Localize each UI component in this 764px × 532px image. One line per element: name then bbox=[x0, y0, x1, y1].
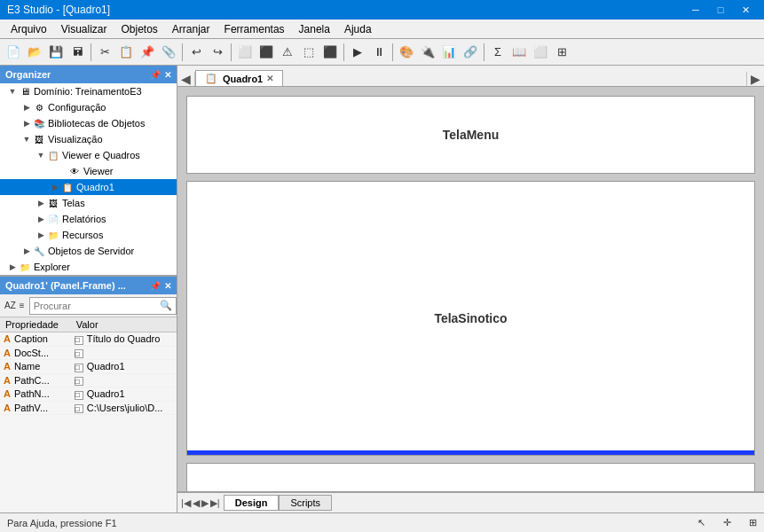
organizer-close[interactable]: ✕ bbox=[164, 70, 171, 80]
prop-row-pathv[interactable]: APathV... □C:\Users\julio\D... bbox=[0, 401, 177, 415]
minimize-button[interactable]: ─ bbox=[684, 0, 707, 20]
props-search-box[interactable]: 🔍 bbox=[29, 297, 177, 315]
prop-row-pathn[interactable]: APathN... □Quadro1 bbox=[0, 387, 177, 402]
tb-b4[interactable]: ⬚ bbox=[299, 43, 319, 62]
tree-item-viewer-group[interactable]: ▼ 📋 Viewer e Quadros bbox=[0, 147, 177, 163]
tb-book[interactable]: 📖 bbox=[509, 43, 529, 62]
tree-item-visual[interactable]: ▼ 🖼 Visualização bbox=[0, 131, 177, 147]
design-canvas[interactable]: TelaMenu TelaSinotico TelaAlarmes bbox=[177, 87, 764, 491]
tb-b10[interactable]: ⬜ bbox=[531, 43, 550, 62]
close-button[interactable]: ✕ bbox=[734, 0, 757, 20]
maximize-button[interactable]: □ bbox=[709, 0, 732, 20]
prop-row-docst[interactable]: ADocSt... □ bbox=[0, 346, 177, 360]
tb-undo[interactable]: ↩ bbox=[186, 43, 206, 62]
bottom-nav-prev[interactable]: ◀ bbox=[193, 497, 200, 509]
tb-run[interactable]: ▶ bbox=[348, 43, 367, 62]
tb-b5[interactable]: ⬛ bbox=[320, 43, 340, 62]
tab-scripts[interactable]: Scripts bbox=[279, 495, 332, 511]
tab-quadro1[interactable]: 📋 Quadro1 ✕ bbox=[195, 70, 283, 86]
expand-recursos[interactable]: ▶ bbox=[35, 230, 46, 240]
tb-b8[interactable]: 📊 bbox=[439, 43, 459, 62]
tb-save2[interactable]: 🖬 bbox=[67, 43, 87, 62]
tree-item-quadro1[interactable]: ▶ 📋 Quadro1 bbox=[0, 179, 177, 195]
props-search-input[interactable] bbox=[30, 301, 160, 311]
props-az-btn[interactable]: AZ bbox=[4, 298, 17, 314]
prop-valbox: □ bbox=[75, 336, 83, 345]
prop-val-pathn: Quadro1 bbox=[87, 388, 125, 399]
bottom-nav-last[interactable]: ▶| bbox=[210, 497, 220, 509]
prop-row-caption[interactable]: ACaption □Título do Quadro bbox=[0, 332, 177, 347]
tab-quadro1-icon: 📋 bbox=[205, 73, 217, 84]
tb-new[interactable]: 📄 bbox=[4, 43, 23, 62]
tb-sum[interactable]: Σ bbox=[488, 43, 508, 62]
expand-quadro1[interactable]: ▶ bbox=[50, 182, 60, 192]
menu-ajuda[interactable]: Ajuda bbox=[337, 21, 379, 37]
tree-item-server[interactable]: ▶ 🔧 Objetos de Servidor bbox=[0, 243, 177, 259]
tb-save[interactable]: 💾 bbox=[46, 43, 66, 62]
tb-copy[interactable]: 📋 bbox=[116, 43, 136, 62]
tb-b3[interactable]: ⚠ bbox=[278, 43, 297, 62]
bottom-nav-next[interactable]: ▶ bbox=[201, 497, 209, 509]
tab-design[interactable]: Design bbox=[224, 495, 280, 511]
tb-open[interactable]: 📂 bbox=[25, 43, 44, 62]
tb-b2[interactable]: ⬛ bbox=[256, 43, 276, 62]
tree-item-viewer[interactable]: ─ 👁 Viewer bbox=[0, 163, 177, 179]
col-property: Propriedade bbox=[0, 317, 71, 332]
expand-viewer-group[interactable]: ▼ bbox=[35, 150, 46, 160]
properties-table: Propriedade Valor ACaption □Título do Qu… bbox=[0, 317, 177, 415]
domain-label: Domínio: TreinamentoE3 bbox=[34, 86, 142, 97]
libs-icon: 📚 bbox=[32, 117, 46, 129]
expand-visual[interactable]: ▼ bbox=[21, 134, 32, 145]
organizer-pin[interactable]: 📌 bbox=[150, 70, 161, 80]
viewer-group-label: Viewer e Quadros bbox=[62, 150, 140, 160]
expand-relatorios[interactable]: ▶ bbox=[35, 214, 46, 224]
status-icon2: ⊞ bbox=[749, 517, 757, 528]
prop-row-pathc[interactable]: APathC... □ bbox=[0, 373, 177, 387]
tab-close-quadro1[interactable]: ✕ bbox=[266, 74, 273, 83]
expand-config[interactable]: ▶ bbox=[21, 102, 32, 113]
expand-explorer[interactable]: ▶ bbox=[7, 262, 18, 272]
tb-redo[interactable]: ↪ bbox=[208, 43, 227, 62]
props-cat-btn[interactable]: ≡ bbox=[19, 298, 26, 314]
menu-ferramentas[interactable]: Ferramentas bbox=[217, 21, 292, 37]
tab-scripts-label: Scripts bbox=[290, 497, 320, 508]
expand-viewer[interactable]: ─ bbox=[57, 166, 67, 176]
tab-right-arrow[interactable]: ▶ bbox=[746, 72, 764, 86]
props-pin[interactable]: 📌 bbox=[150, 281, 161, 291]
expand-domain[interactable]: ▼ bbox=[7, 86, 18, 97]
organizer-header-icons: 📌 ✕ bbox=[150, 70, 171, 80]
tree-item-explorer[interactable]: ▶ 📁 Explorer bbox=[0, 259, 177, 275]
tb-color[interactable]: 🎨 bbox=[397, 43, 416, 62]
tb-cut[interactable]: ✂ bbox=[95, 43, 114, 62]
tree-item-config[interactable]: ▶ ⚙ Configuração bbox=[0, 99, 177, 115]
menu-arranjar[interactable]: Arranjar bbox=[165, 21, 217, 37]
props-close[interactable]: ✕ bbox=[164, 281, 171, 291]
tree-item-recursos[interactable]: ▶ 📁 Recursos bbox=[0, 227, 177, 243]
tb-b9[interactable]: 🔗 bbox=[461, 43, 480, 62]
statusbar: Para Ajuda, pressione F1 ↖ ✛ ⊞ bbox=[0, 512, 764, 532]
menu-arquivo[interactable]: Arquivo bbox=[4, 21, 54, 37]
menu-visualizar[interactable]: Visualizar bbox=[54, 21, 114, 37]
expand-telas[interactable]: ▶ bbox=[35, 198, 46, 208]
tree-item-telas[interactable]: ▶ 🖼 Telas bbox=[0, 195, 177, 211]
canvas-blue-stripe bbox=[187, 450, 754, 455]
expand-server[interactable]: ▶ bbox=[21, 246, 32, 256]
tb-b1[interactable]: ⬜ bbox=[235, 43, 255, 62]
tb-paste[interactable]: 📌 bbox=[138, 43, 157, 62]
tree-item-domain[interactable]: ▼ 🖥 Domínio: TreinamentoE3 bbox=[0, 83, 177, 99]
bottom-nav-first[interactable]: |◀ bbox=[181, 497, 191, 509]
tb-b11[interactable]: ⊞ bbox=[552, 43, 571, 62]
organizer-tree[interactable]: ▼ 🖥 Domínio: TreinamentoE3 ▶ ⚙ Configura… bbox=[0, 83, 177, 275]
tb-paste2[interactable]: 📎 bbox=[159, 43, 178, 62]
menu-janela[interactable]: Janela bbox=[292, 21, 337, 37]
tb-b7[interactable]: 🔌 bbox=[418, 43, 437, 62]
menu-objetos[interactable]: Objetos bbox=[114, 21, 165, 37]
tree-item-relatorios[interactable]: ▶ 📄 Relatórios bbox=[0, 211, 177, 227]
prop-row-name[interactable]: AName □Quadro1 bbox=[0, 360, 177, 374]
quadro1-label: Quadro1 bbox=[76, 182, 114, 192]
tb-b6[interactable]: ⏸ bbox=[369, 43, 389, 62]
tree-item-libs[interactable]: ▶ 📚 Bibliotecas de Objetos bbox=[0, 115, 177, 131]
tab-left-arrow[interactable]: ◀ bbox=[177, 72, 195, 86]
expand-libs[interactable]: ▶ bbox=[21, 118, 32, 129]
explorer-label: Explorer bbox=[34, 262, 70, 272]
